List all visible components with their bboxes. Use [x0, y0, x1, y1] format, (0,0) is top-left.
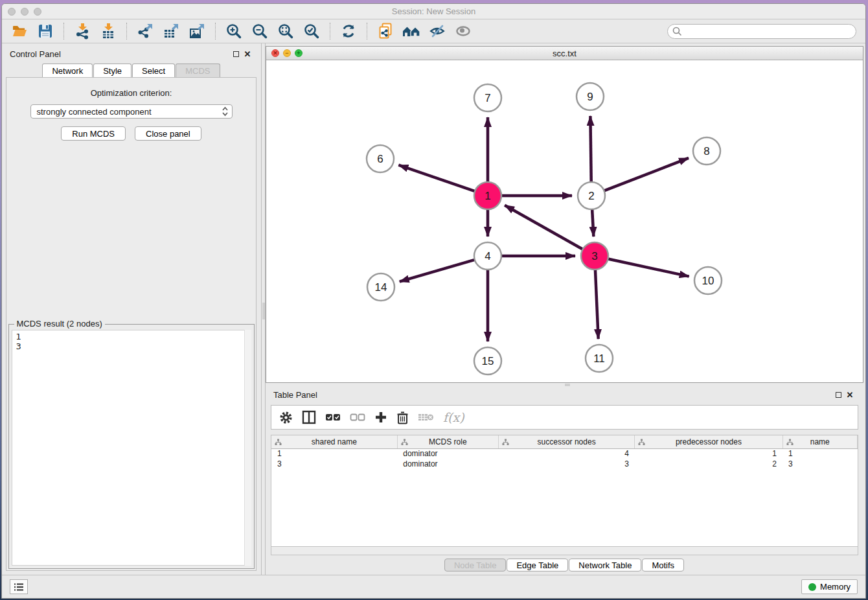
toolbar-separator	[126, 23, 127, 40]
float-table-panel-button[interactable]	[832, 389, 844, 400]
zoom-out-button[interactable]	[249, 21, 271, 41]
table-settings-button[interactable]	[279, 408, 293, 427]
cell-predecessor-nodes[interactable]: 2	[635, 459, 782, 469]
cell-MCDS-role[interactable]: dominator	[397, 448, 498, 459]
toolbar-separator	[330, 23, 330, 40]
toolbar-separator	[63, 23, 64, 40]
tab-network[interactable]: Network	[42, 63, 93, 77]
graph-edge-4-14[interactable]	[400, 260, 475, 282]
table-row[interactable]: 1dominator411	[271, 448, 858, 459]
close-panel-button[interactable]: Close panel	[135, 126, 201, 141]
status-bar: Memory	[2, 575, 865, 598]
select-all-button[interactable]	[325, 408, 341, 427]
clone-network-button[interactable]	[374, 21, 396, 41]
import-table-icon	[100, 23, 117, 40]
split-panel-button[interactable]	[302, 408, 316, 427]
control-panel-tabs: NetworkStyleSelectMCDS	[2, 62, 261, 77]
graph-node-3[interactable]: 3	[581, 242, 608, 270]
column-header-shared-name[interactable]: shared name	[271, 435, 397, 448]
graph-edge-3-11[interactable]	[595, 270, 599, 339]
cell-name[interactable]: 3	[782, 459, 857, 469]
graph-node-9[interactable]: 9	[577, 83, 604, 110]
export-image-icon	[188, 23, 205, 40]
table-row[interactable]: 3dominator323	[271, 459, 858, 469]
fit-content-button[interactable]	[275, 21, 297, 41]
node-label: 3	[591, 250, 597, 262]
table-tab-edge-table[interactable]: Edge Table	[507, 559, 568, 571]
first-neighbors-button[interactable]	[400, 21, 422, 41]
delete-table-button[interactable]	[418, 408, 434, 427]
run-mcds-button[interactable]: Run MCDS	[61, 126, 126, 141]
show-eye-icon	[455, 23, 472, 40]
mcds-result-text[interactable]: 1 3	[12, 330, 251, 566]
import-network-button[interactable]	[71, 21, 93, 41]
graph-node-4[interactable]: 4	[474, 242, 501, 270]
graph-node-2[interactable]: 2	[578, 182, 605, 209]
column-header-successor-nodes[interactable]: successor nodes	[498, 435, 635, 448]
mcds-result-group: MCDS result (2 nodes) 1 3	[8, 324, 255, 569]
panel-splitter[interactable]	[261, 43, 266, 575]
deselect-all-button[interactable]	[350, 408, 365, 427]
delete-column-button[interactable]	[396, 408, 409, 427]
column-header-MCDS-role[interactable]: MCDS role	[397, 435, 498, 448]
tab-style[interactable]: Style	[93, 63, 131, 77]
cell-MCDS-role[interactable]: dominator	[397, 459, 498, 469]
tab-select[interactable]: Select	[132, 63, 175, 77]
export-image-button[interactable]	[186, 21, 208, 41]
graph-edge-3-1[interactable]	[505, 205, 583, 249]
table-horizontal-scrollbar[interactable]	[271, 547, 858, 555]
node-label: 6	[377, 153, 383, 165]
cell-name[interactable]: 1	[782, 448, 857, 459]
graph-edge-2-8[interactable]	[604, 158, 689, 191]
table-tab-motifs[interactable]: Motifs	[642, 559, 684, 571]
hide-selected-button[interactable]	[426, 21, 448, 41]
graph-edge-3-10[interactable]	[608, 259, 689, 276]
show-all-button[interactable]	[452, 21, 474, 41]
float-control-panel-button[interactable]	[230, 48, 242, 60]
zoom-in-button[interactable]	[223, 21, 245, 41]
tab-mcds[interactable]: MCDS	[176, 63, 220, 77]
graph-node-10[interactable]: 10	[694, 267, 722, 294]
graph-edge-2-3[interactable]	[592, 209, 593, 237]
graph-node-7[interactable]: 7	[474, 84, 501, 111]
function-builder-button[interactable]: f(x)	[443, 408, 464, 427]
criterion-select[interactable]: strongly connected component	[30, 104, 233, 119]
column-header-name[interactable]: name	[782, 435, 857, 448]
table-tab-network-table[interactable]: Network Table	[569, 559, 641, 571]
zoom-selected-button[interactable]	[301, 21, 323, 41]
table-tab-node-table[interactable]: Node Table	[444, 559, 507, 571]
mcds-result-scrollbar[interactable]	[244, 330, 251, 566]
network-canvas[interactable]: 7968124314101511	[266, 60, 863, 382]
cell-successor-nodes[interactable]: 3	[498, 459, 635, 469]
apply-layout-button[interactable]	[337, 21, 360, 41]
graph-edge-2-9[interactable]	[590, 116, 591, 182]
cell-shared-name[interactable]: 1	[271, 448, 397, 459]
task-history-button[interactable]	[10, 579, 28, 594]
import-table-button[interactable]	[97, 21, 119, 41]
graph-node-14[interactable]: 14	[367, 273, 394, 301]
cell-predecessor-nodes[interactable]: 1	[635, 448, 782, 459]
graph-node-8[interactable]: 8	[693, 137, 720, 165]
cell-shared-name[interactable]: 3	[271, 459, 397, 469]
close-control-panel-button[interactable]: ✕	[242, 48, 253, 60]
close-table-panel-button[interactable]: ✕	[844, 389, 856, 400]
graph-node-11[interactable]: 11	[586, 345, 613, 372]
graph-node-1[interactable]: 1	[474, 182, 501, 209]
graph-node-15[interactable]: 15	[474, 347, 501, 375]
criterion-value: strongly connected component	[37, 107, 152, 117]
export-network-button[interactable]	[134, 21, 156, 41]
save-session-button[interactable]	[34, 21, 56, 41]
horizontal-splitter[interactable]	[266, 383, 863, 387]
split-panel-icon	[302, 410, 316, 424]
graph-edge-1-6[interactable]	[398, 165, 475, 191]
search-input[interactable]	[667, 24, 856, 39]
export-table-button[interactable]	[160, 21, 182, 41]
memory-button[interactable]: Memory	[801, 579, 858, 594]
cell-successor-nodes[interactable]: 4	[498, 448, 635, 459]
column-header-predecessor-nodes[interactable]: predecessor nodes	[635, 435, 782, 448]
table-body: 1dominator4113dominator323	[271, 448, 858, 469]
open-session-button[interactable]	[8, 21, 30, 41]
add-column-button[interactable]	[374, 408, 387, 427]
graph-node-6[interactable]: 6	[367, 145, 394, 172]
select-all-icon	[325, 413, 341, 422]
